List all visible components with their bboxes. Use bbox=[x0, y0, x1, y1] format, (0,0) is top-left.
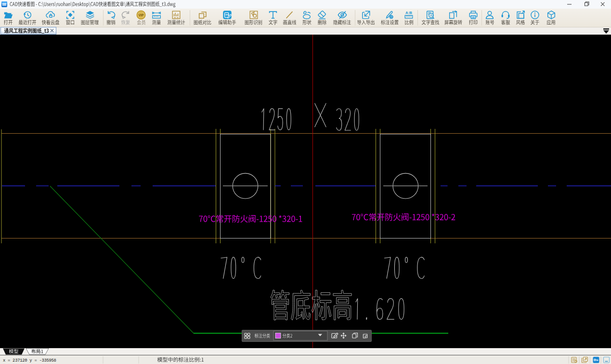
svg-text:x = 237120 y = -335958: x = 237120 y = -335958 bbox=[3, 358, 56, 363]
